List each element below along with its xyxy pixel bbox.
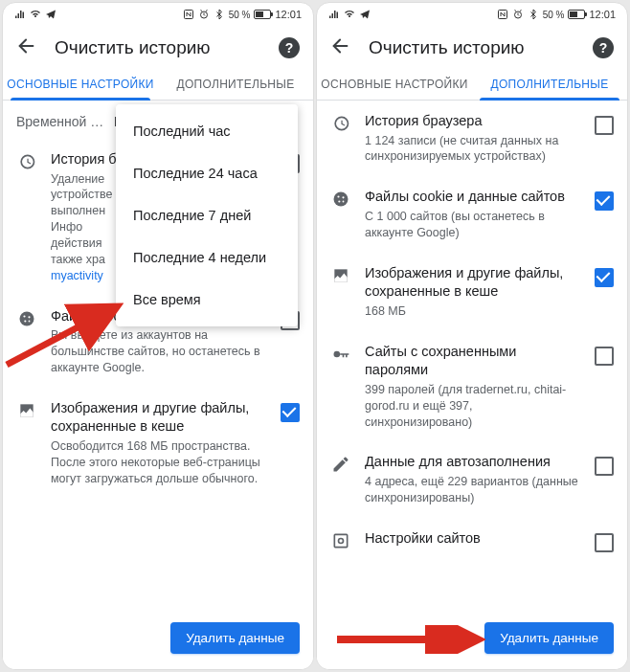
- image-icon: [330, 264, 351, 285]
- signal-icon: [328, 9, 340, 20]
- list-item[interactable]: Изображения и другие файлы, сохраненные …: [3, 388, 313, 499]
- tab-advanced[interactable]: ДОПОЛНИТЕЛЬНЫЕ: [158, 68, 313, 100]
- menu-item[interactable]: Последние 4 недели: [116, 236, 298, 279]
- svg-point-15: [334, 350, 341, 357]
- phone-right: 50 % 12:01 Очистить историю ? ОСНОВНЫЕ Н…: [316, 2, 628, 670]
- signal-icon: [14, 9, 26, 20]
- app-bar: Очистить историю ?: [317, 26, 627, 68]
- list-item[interactable]: Файлы cookie и данные сайтов С 1 000 сай…: [317, 176, 627, 252]
- item-title: Сайты с сохраненными паролями: [365, 343, 581, 380]
- svg-point-12: [342, 197, 344, 199]
- item-title: Изображения и другие файлы, сохраненные …: [51, 399, 267, 437]
- menu-item[interactable]: Все время: [116, 279, 298, 321]
- alarm-icon: [198, 9, 210, 20]
- wifi-icon: [344, 9, 355, 20]
- tab-advanced[interactable]: ДОПОЛНИТЕЛЬНЫЕ: [472, 68, 627, 100]
- annotation-arrow-icon: [332, 625, 485, 654]
- item-subtitle: 1 124 записи (не считая данных на синхро…: [365, 133, 581, 166]
- footer: Удалить данные: [3, 613, 313, 669]
- svg-line-7: [7, 309, 112, 365]
- tab-basic[interactable]: ОСНОВНЫЕ НАСТРОЙКИ: [317, 68, 472, 100]
- item-title: Данные для автозаполнения: [365, 453, 581, 472]
- phone-left: 50 % 12:01 Очистить историю ? ОСНОВНЫЕ Н…: [2, 2, 314, 670]
- content-basic: Временной д… Последний час История брауз…: [3, 101, 313, 669]
- checkbox[interactable]: [281, 403, 300, 422]
- content-advanced: История браузера 1 124 записи (не считая…: [317, 101, 627, 669]
- list-item[interactable]: Данные для автозаполнения 4 адреса, ещё …: [317, 441, 627, 517]
- history-icon: [330, 112, 351, 133]
- time-range-label: Временной д…: [16, 114, 104, 129]
- clear-data-button[interactable]: Удалить данные: [484, 622, 614, 654]
- checkbox[interactable]: [595, 347, 614, 366]
- bluetooth-icon: [528, 9, 539, 20]
- checkbox[interactable]: [595, 457, 614, 476]
- item-subtitle: 168 МБ: [365, 303, 581, 320]
- menu-item[interactable]: Последний час: [116, 110, 298, 152]
- status-bar: 50 % 12:01: [317, 3, 627, 26]
- item-subtitle: С 1 000 сайтов (вы останетесь в аккаунте…: [365, 209, 581, 241]
- svg-point-17: [339, 538, 344, 543]
- checkbox[interactable]: [595, 268, 614, 287]
- alarm-icon: [512, 9, 524, 20]
- clear-data-button[interactable]: Удалить данные: [170, 622, 300, 654]
- item-title: История браузера: [365, 112, 581, 131]
- item-title: Настройки сайтов: [365, 529, 581, 549]
- checkbox[interactable]: [595, 191, 614, 211]
- list-item[interactable]: Сайты с сохраненными паролями 399 пароле…: [317, 331, 627, 442]
- wifi-icon: [30, 9, 41, 20]
- item-title: Файлы cookie и данные сайтов: [365, 188, 581, 207]
- svg-point-11: [337, 196, 339, 198]
- battery-icon: [254, 10, 271, 19]
- bluetooth-icon: [214, 9, 225, 20]
- pencil-icon: [330, 453, 351, 474]
- status-bar: 50 % 12:01: [3, 3, 313, 26]
- svg-rect-16: [334, 534, 347, 547]
- item-subtitle: 399 паролей (для tradernet.ru, chitai-go…: [365, 382, 581, 431]
- menu-item[interactable]: Последние 7 дней: [116, 194, 298, 236]
- item-title: Изображения и другие файлы, сохраненные …: [365, 264, 581, 302]
- app-bar: Очистить историю ?: [3, 26, 313, 68]
- battery-percent: 50 %: [229, 10, 251, 20]
- list-item[interactable]: История браузера 1 124 записи (не считая…: [317, 101, 627, 176]
- annotation-arrow-icon: [3, 298, 131, 374]
- battery-percent: 50 %: [543, 10, 565, 20]
- battery-icon: [568, 10, 585, 19]
- svg-point-13: [338, 201, 340, 203]
- back-button[interactable]: [330, 35, 351, 60]
- help-button[interactable]: ?: [279, 37, 300, 58]
- help-button[interactable]: ?: [593, 37, 614, 58]
- tab-basic[interactable]: ОСНОВНЫЕ НАСТРОЙКИ: [3, 68, 158, 100]
- telegram-icon: [45, 9, 56, 20]
- image-icon: [16, 399, 37, 420]
- nfc-icon: [497, 9, 508, 20]
- back-button[interactable]: [16, 35, 37, 60]
- history-icon: [16, 150, 37, 171]
- menu-item[interactable]: Последние 24 часа: [116, 152, 298, 194]
- svg-point-14: [343, 201, 345, 203]
- page-title: Очистить историю: [369, 37, 575, 58]
- time-range-menu: Последний час Последние 24 часа Последни…: [116, 104, 298, 326]
- checkbox[interactable]: [595, 116, 614, 135]
- list-item[interactable]: Настройки сайтов: [317, 518, 627, 564]
- svg-point-10: [334, 192, 349, 207]
- clock-text: 12:01: [275, 9, 302, 20]
- nfc-icon: [183, 9, 194, 20]
- item-subtitle: 4 адреса, ещё 229 вариантов (данные синх…: [365, 474, 581, 506]
- tabs: ОСНОВНЫЕ НАСТРОЙКИ ДОПОЛНИТЕЛЬНЫЕ: [317, 68, 627, 101]
- clock-text: 12:01: [589, 9, 616, 20]
- cookie-icon: [330, 188, 351, 209]
- checkbox[interactable]: [595, 533, 614, 552]
- telegram-icon: [359, 9, 371, 20]
- page-title: Очистить историю: [55, 37, 261, 58]
- item-subtitle: Освободится 168 МБ пространства. После э…: [51, 438, 267, 487]
- key-icon: [330, 343, 351, 364]
- tabs: ОСНОВНЫЕ НАСТРОЙКИ ДОПОЛНИТЕЛЬНЫЕ: [3, 68, 313, 101]
- list-item[interactable]: Изображения и другие файлы, сохраненные …: [317, 253, 627, 331]
- settings-icon: [330, 529, 351, 550]
